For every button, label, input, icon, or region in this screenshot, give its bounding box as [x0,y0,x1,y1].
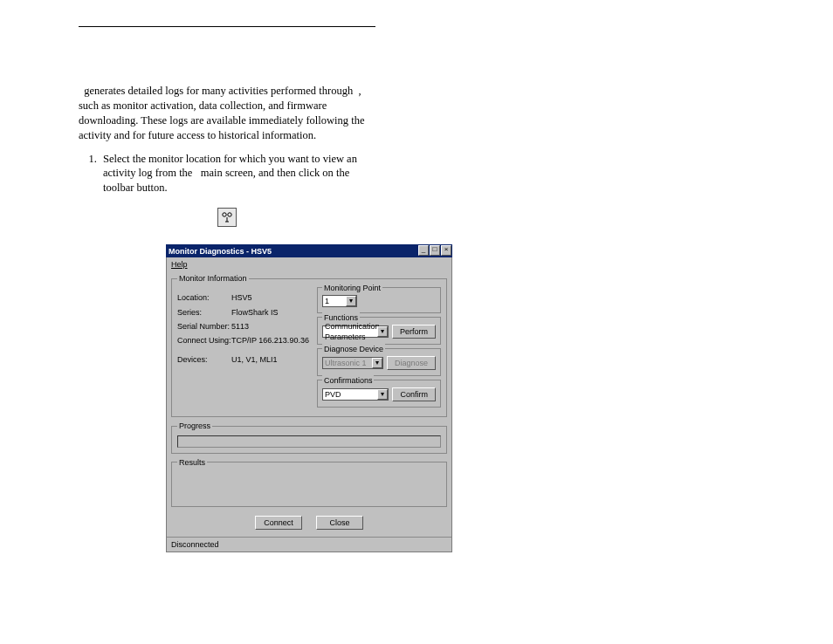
confirm-button[interactable]: Confirm [392,387,436,401]
perform-button[interactable]: Perform [392,325,436,339]
value-location: HSV5 [231,292,312,303]
monitoring-point-legend: Monitoring Point [322,283,382,293]
monitor-info-right: Monitoring Point 1 ▾ Functions [317,287,441,411]
step-1b: main screen, and then click on the [201,167,349,179]
diagnose-device-combo: Ultrasonic 1 ▾ [322,357,383,369]
window-client-area: Help Monitor Information Location:HSV5 S… [166,257,452,552]
label-serial: Serial Number: [177,321,231,332]
label-devices: Devices: [177,354,231,365]
functions-combo[interactable]: Communication Parameters ▾ [322,325,389,338]
step-1c: toolbar button. [103,182,168,194]
svg-point-0 [223,213,226,216]
window-titlebar[interactable]: Monitor Diagnostics - HSV5 _ □ × [166,244,452,257]
value-connect: TCP/IP 166.213.90.36 [231,335,312,346]
confirmations-legend: Confirmations [322,375,375,386]
diagnose-value: Ultrasonic 1 [325,358,367,368]
window-title: Monitor Diagnostics - HSV5 [169,246,272,257]
monitor-diagnostics-window: Monitor Diagnostics - HSV5 _ □ × Help Mo… [166,244,452,552]
menu-bar: Help [167,257,451,271]
step-list: Select the monitor location for which yo… [79,152,375,196]
functions-group: Functions Communication Parameters ▾ Per… [317,317,441,345]
results-legend: Results [177,457,207,468]
para-1a: generates detailed logs for many activit… [84,85,353,97]
step-1-term [196,167,198,179]
chevron-down-icon: ▾ [377,326,388,337]
status-text: Disconnected [171,540,219,549]
status-bar: Disconnected [167,537,451,552]
progress-legend: Progress [177,421,212,431]
diagnose-legend: Diagnose Device [322,344,385,354]
results-group: Results [171,457,447,507]
value-serial: 5113 [231,321,312,332]
diagnose-device-group: Diagnose Device Ultrasonic 1 ▾ Diagnose [317,348,441,376]
diagnose-button: Diagnose [387,356,436,370]
svg-point-1 [228,213,231,216]
close-button[interactable]: Close [316,516,363,530]
chevron-down-icon: ▾ [346,296,356,306]
monitor-info-left: Location:HSV5 Series:FlowShark IS Serial… [177,287,312,411]
monitor-info-group: Monitor Information Location:HSV5 Series… [171,273,447,417]
confirmations-value: PVD [325,389,341,400]
term-1 [79,85,81,97]
bottom-button-row: Connect Close [167,510,451,537]
value-devices: U1, V1, MLI1 [231,354,312,365]
chevron-down-icon: ▾ [377,389,388,400]
progress-group: Progress [171,421,447,453]
close-label: Close [329,517,349,528]
monitoring-point-group: Monitoring Point 1 ▾ [317,287,441,313]
label-connect: Connect Using: [177,335,231,346]
label-series: Series: [177,307,231,318]
progress-bar [177,435,441,448]
confirmations-combo[interactable]: PVD ▾ [322,388,389,401]
connect-button[interactable]: Connect [255,516,302,530]
confirmations-group: Confirmations PVD ▾ Confirm [317,380,441,408]
maximize-icon[interactable]: □ [430,245,440,256]
diagnose-label: Diagnose [395,358,428,368]
diagnostics-icon-row [79,208,375,227]
diagnostics-toolbar-icon [217,208,237,227]
label-location: Location: [177,292,231,303]
connect-label: Connect [264,517,293,528]
step-1: Select the monitor location for which yo… [100,152,375,196]
header-rule [79,26,375,27]
chevron-down-icon: ▾ [372,358,382,368]
menu-help[interactable]: Help [171,260,188,269]
close-icon[interactable]: × [441,245,451,256]
paragraph-1: generates detailed logs for many activit… [79,84,375,143]
monitoring-point-combo[interactable]: 1 ▾ [322,295,357,307]
monitor-info-legend: Monitor Information [177,273,249,284]
value-series: FlowShark IS [231,307,312,318]
monitoring-point-value: 1 [325,296,329,306]
confirm-label: Confirm [400,389,428,400]
document-body: generates detailed logs for many activit… [79,84,375,552]
results-area [177,471,441,501]
perform-label: Perform [400,326,428,337]
minimize-icon[interactable]: _ [418,245,429,256]
